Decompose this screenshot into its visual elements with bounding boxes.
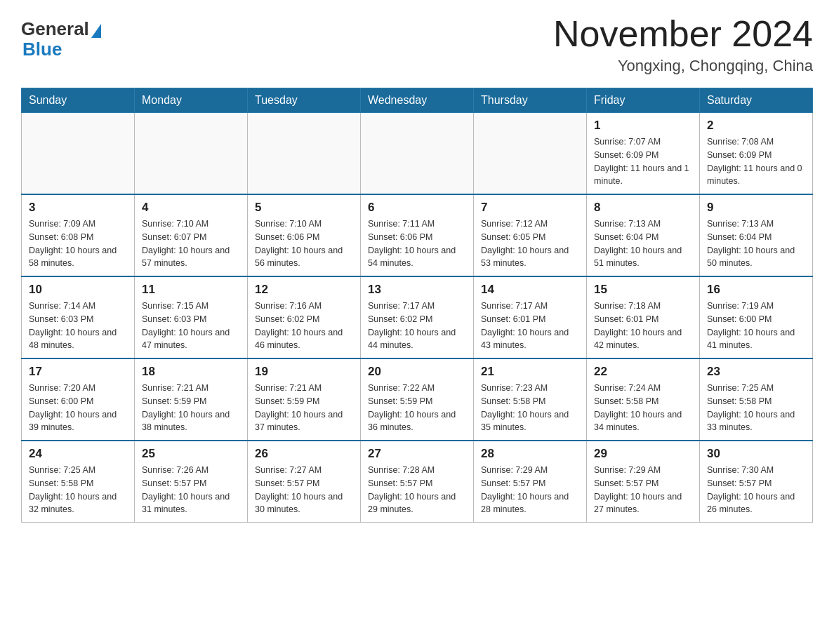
day-number: 30	[707, 447, 805, 461]
day-info: Sunrise: 7:12 AMSunset: 6:05 PMDaylight:…	[481, 217, 579, 270]
title-block: November 2024 Yongxing, Chongqing, China	[553, 14, 813, 75]
calendar-day-cell: 11Sunrise: 7:15 AMSunset: 6:03 PMDayligh…	[135, 276, 248, 358]
calendar-week-row: 1Sunrise: 7:07 AMSunset: 6:09 PMDaylight…	[22, 113, 813, 195]
day-info: Sunrise: 7:29 AMSunset: 5:57 PMDaylight:…	[594, 464, 692, 516]
day-info: Sunrise: 7:20 AMSunset: 6:00 PMDaylight:…	[29, 382, 127, 434]
calendar-day-cell: 1Sunrise: 7:07 AMSunset: 6:09 PMDaylight…	[587, 113, 700, 195]
day-number: 13	[368, 283, 466, 297]
day-number: 21	[481, 365, 579, 379]
calendar-day-cell: 12Sunrise: 7:16 AMSunset: 6:02 PMDayligh…	[248, 276, 361, 358]
calendar-day-cell: 27Sunrise: 7:28 AMSunset: 5:57 PMDayligh…	[361, 441, 474, 523]
day-number: 18	[142, 365, 240, 379]
day-number: 11	[142, 283, 240, 297]
day-info: Sunrise: 7:13 AMSunset: 6:04 PMDaylight:…	[594, 217, 692, 270]
day-number: 28	[481, 447, 579, 461]
calendar-day-cell: 28Sunrise: 7:29 AMSunset: 5:57 PMDayligh…	[474, 441, 587, 523]
day-number: 6	[368, 201, 466, 215]
calendar-day-cell: 2Sunrise: 7:08 AMSunset: 6:09 PMDaylight…	[700, 113, 813, 195]
calendar-day-cell: 26Sunrise: 7:27 AMSunset: 5:57 PMDayligh…	[248, 441, 361, 523]
day-info: Sunrise: 7:16 AMSunset: 6:02 PMDaylight:…	[255, 300, 353, 352]
day-info: Sunrise: 7:15 AMSunset: 6:03 PMDaylight:…	[142, 300, 240, 352]
day-number: 25	[142, 447, 240, 461]
calendar-day-cell: 21Sunrise: 7:23 AMSunset: 5:58 PMDayligh…	[474, 358, 587, 441]
day-number: 24	[29, 447, 127, 461]
day-number: 10	[29, 283, 127, 297]
day-info: Sunrise: 7:26 AMSunset: 5:57 PMDaylight:…	[142, 464, 240, 516]
calendar-day-cell: 7Sunrise: 7:12 AMSunset: 6:05 PMDaylight…	[474, 194, 587, 276]
day-info: Sunrise: 7:25 AMSunset: 5:58 PMDaylight:…	[29, 464, 127, 516]
day-info: Sunrise: 7:21 AMSunset: 5:59 PMDaylight:…	[142, 382, 240, 434]
calendar-day-cell: 30Sunrise: 7:30 AMSunset: 5:57 PMDayligh…	[700, 441, 813, 523]
day-info: Sunrise: 7:13 AMSunset: 6:04 PMDaylight:…	[707, 217, 805, 270]
day-info: Sunrise: 7:08 AMSunset: 6:09 PMDaylight:…	[707, 135, 805, 188]
day-number: 4	[142, 201, 240, 215]
weekday-header-wednesday: Wednesday	[361, 88, 474, 113]
calendar-table: SundayMondayTuesdayWednesdayThursdayFrid…	[21, 88, 813, 523]
logo-general-text: General	[21, 18, 89, 40]
weekday-header-monday: Monday	[135, 88, 248, 113]
calendar-day-cell: 29Sunrise: 7:29 AMSunset: 5:57 PMDayligh…	[587, 441, 700, 523]
day-info: Sunrise: 7:24 AMSunset: 5:58 PMDaylight:…	[594, 382, 692, 434]
day-info: Sunrise: 7:17 AMSunset: 6:01 PMDaylight:…	[481, 300, 579, 352]
day-info: Sunrise: 7:17 AMSunset: 6:02 PMDaylight:…	[368, 300, 466, 352]
logo-blue-text: Blue	[21, 39, 62, 60]
day-number: 7	[481, 201, 579, 215]
weekday-header-friday: Friday	[587, 88, 700, 113]
calendar-day-cell: 8Sunrise: 7:13 AMSunset: 6:04 PMDaylight…	[587, 194, 700, 276]
calendar-day-cell: 17Sunrise: 7:20 AMSunset: 6:00 PMDayligh…	[22, 358, 135, 441]
day-info: Sunrise: 7:29 AMSunset: 5:57 PMDaylight:…	[481, 464, 579, 516]
calendar-day-cell: 24Sunrise: 7:25 AMSunset: 5:58 PMDayligh…	[22, 441, 135, 523]
day-number: 17	[29, 365, 127, 379]
day-info: Sunrise: 7:14 AMSunset: 6:03 PMDaylight:…	[29, 300, 127, 352]
day-number: 9	[707, 201, 805, 215]
calendar-day-cell: 3Sunrise: 7:09 AMSunset: 6:08 PMDaylight…	[22, 194, 135, 276]
calendar-header-row: SundayMondayTuesdayWednesdayThursdayFrid…	[22, 88, 813, 113]
weekday-header-sunday: Sunday	[22, 88, 135, 113]
logo-triangle-icon	[91, 24, 101, 38]
day-number: 29	[594, 447, 692, 461]
day-info: Sunrise: 7:23 AMSunset: 5:58 PMDaylight:…	[481, 382, 579, 434]
calendar-week-row: 3Sunrise: 7:09 AMSunset: 6:08 PMDaylight…	[22, 194, 813, 276]
day-number: 1	[594, 119, 692, 133]
logo: General Blue	[21, 14, 101, 60]
day-info: Sunrise: 7:22 AMSunset: 5:59 PMDaylight:…	[368, 382, 466, 434]
day-info: Sunrise: 7:28 AMSunset: 5:57 PMDaylight:…	[368, 464, 466, 516]
day-number: 22	[594, 365, 692, 379]
day-info: Sunrise: 7:10 AMSunset: 6:06 PMDaylight:…	[255, 217, 353, 270]
day-info: Sunrise: 7:18 AMSunset: 6:01 PMDaylight:…	[594, 300, 692, 352]
day-info: Sunrise: 7:30 AMSunset: 5:57 PMDaylight:…	[707, 464, 805, 516]
calendar-day-cell: 5Sunrise: 7:10 AMSunset: 6:06 PMDaylight…	[248, 194, 361, 276]
day-number: 3	[29, 201, 127, 215]
calendar-day-cell: 16Sunrise: 7:19 AMSunset: 6:00 PMDayligh…	[700, 276, 813, 358]
calendar-day-cell: 23Sunrise: 7:25 AMSunset: 5:58 PMDayligh…	[700, 358, 813, 441]
day-info: Sunrise: 7:19 AMSunset: 6:00 PMDaylight:…	[707, 300, 805, 352]
day-number: 2	[707, 119, 805, 133]
weekday-header-thursday: Thursday	[474, 88, 587, 113]
day-number: 8	[594, 201, 692, 215]
calendar-day-cell	[248, 113, 361, 195]
calendar-day-cell	[474, 113, 587, 195]
calendar-day-cell: 10Sunrise: 7:14 AMSunset: 6:03 PMDayligh…	[22, 276, 135, 358]
calendar-day-cell: 4Sunrise: 7:10 AMSunset: 6:07 PMDaylight…	[135, 194, 248, 276]
day-number: 27	[368, 447, 466, 461]
calendar-day-cell	[135, 113, 248, 195]
day-number: 20	[368, 365, 466, 379]
day-info: Sunrise: 7:10 AMSunset: 6:07 PMDaylight:…	[142, 217, 240, 270]
page-header: General Blue November 2024 Yongxing, Cho…	[21, 14, 813, 75]
day-number: 15	[594, 283, 692, 297]
calendar-day-cell: 25Sunrise: 7:26 AMSunset: 5:57 PMDayligh…	[135, 441, 248, 523]
day-number: 5	[255, 201, 353, 215]
day-info: Sunrise: 7:27 AMSunset: 5:57 PMDaylight:…	[255, 464, 353, 516]
day-number: 26	[255, 447, 353, 461]
calendar-day-cell: 19Sunrise: 7:21 AMSunset: 5:59 PMDayligh…	[248, 358, 361, 441]
day-number: 12	[255, 283, 353, 297]
calendar-day-cell: 15Sunrise: 7:18 AMSunset: 6:01 PMDayligh…	[587, 276, 700, 358]
weekday-header-saturday: Saturday	[700, 88, 813, 113]
day-info: Sunrise: 7:11 AMSunset: 6:06 PMDaylight:…	[368, 217, 466, 270]
calendar-day-cell: 20Sunrise: 7:22 AMSunset: 5:59 PMDayligh…	[361, 358, 474, 441]
calendar-day-cell: 18Sunrise: 7:21 AMSunset: 5:59 PMDayligh…	[135, 358, 248, 441]
calendar-week-row: 10Sunrise: 7:14 AMSunset: 6:03 PMDayligh…	[22, 276, 813, 358]
day-number: 16	[707, 283, 805, 297]
day-info: Sunrise: 7:07 AMSunset: 6:09 PMDaylight:…	[594, 135, 692, 188]
calendar-day-cell	[22, 113, 135, 195]
